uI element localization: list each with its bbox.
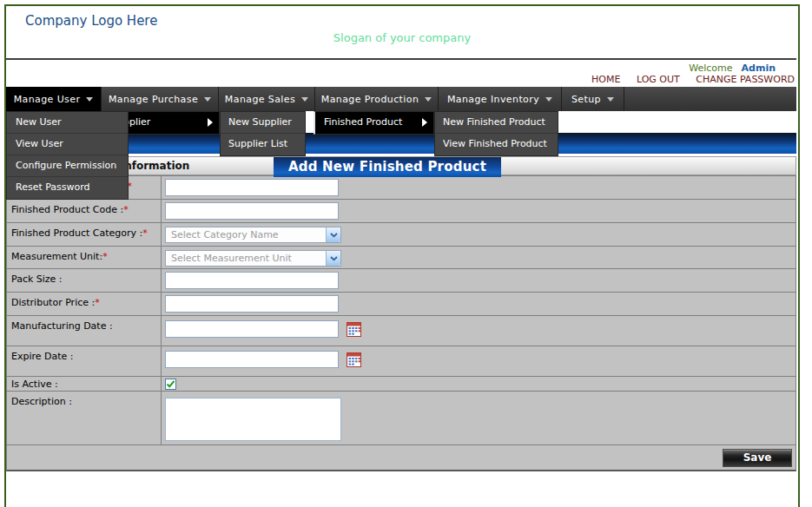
topbar-links: HOME LOG OUT CHANGE PASSWORD bbox=[578, 74, 795, 85]
menu-item-finished-product[interactable]: Finished Product bbox=[315, 112, 433, 134]
calendar-icon[interactable] bbox=[347, 352, 361, 367]
nav-manage-user[interactable]: Manage User bbox=[6, 87, 102, 111]
distributor-price-label: Distributor Price : bbox=[11, 297, 95, 308]
main-nav: Manage User Manage Purchase Manage Sales… bbox=[6, 87, 796, 111]
product-code-label: Finished Product Code : bbox=[11, 204, 123, 215]
form-row-category: Finished Product Category :* Select Cate… bbox=[7, 223, 795, 247]
form-row-distributor-price: Distributor Price :* bbox=[7, 293, 795, 316]
chevron-down-icon[interactable] bbox=[326, 251, 340, 266]
menu-item-configure-permission[interactable]: Configure Permission bbox=[7, 155, 128, 177]
chevron-down-icon bbox=[301, 97, 308, 102]
required-mark: * bbox=[95, 297, 100, 308]
chevron-down-icon bbox=[86, 97, 93, 102]
menu-item-new-finished-product[interactable]: New Finished Product bbox=[435, 112, 558, 134]
menu-item-supplier-list[interactable]: Supplier List bbox=[221, 134, 305, 155]
chevron-down-icon bbox=[425, 97, 432, 102]
topbar: WelcomeAdmin HOME LOG OUT CHANGE PASSWOR… bbox=[6, 60, 796, 87]
page-header: Company Logo Here Slogan of your company bbox=[6, 6, 798, 58]
chevron-down-icon bbox=[545, 97, 552, 102]
pack-size-input[interactable] bbox=[165, 272, 339, 289]
logout-link[interactable]: LOG OUT bbox=[637, 74, 680, 85]
is-active-checkbox[interactable] bbox=[165, 379, 176, 390]
chevron-down-icon bbox=[607, 97, 614, 102]
required-mark: * bbox=[142, 227, 148, 239]
finished-product-form: Finished Product Name :* Finished Produc… bbox=[6, 175, 796, 445]
calendar-icon[interactable] bbox=[347, 322, 361, 337]
change-password-link[interactable]: CHANGE PASSWORD bbox=[696, 74, 795, 85]
form-row-is-active: Is Active : bbox=[7, 377, 795, 392]
is-active-label: Is Active : bbox=[11, 379, 58, 390]
nav-manage-purchase[interactable]: Manage Purchase bbox=[102, 87, 219, 111]
chevron-right-icon bbox=[208, 118, 213, 127]
category-label: Finished Product Category : bbox=[11, 227, 142, 239]
manage-production-menu: Finished Product bbox=[314, 111, 434, 135]
nav-manage-inventory[interactable]: Manage Inventory bbox=[439, 87, 562, 111]
menu-item-reset-password[interactable]: Reset Password bbox=[7, 177, 128, 199]
chevron-right-icon bbox=[422, 118, 427, 127]
menu-item-new-supplier[interactable]: New Supplier bbox=[221, 112, 305, 134]
page-container: Company Logo Here Slogan of your company… bbox=[4, 4, 800, 507]
product-code-input[interactable] bbox=[165, 202, 339, 220]
category-select-value: Select Category Name bbox=[166, 227, 340, 242]
required-mark: * bbox=[102, 251, 108, 262]
expire-date-label: Expire Date : bbox=[11, 351, 74, 362]
description-label: Description : bbox=[11, 396, 72, 407]
company-slogan: Slogan of your company bbox=[6, 31, 798, 44]
finished-product-submenu: New Finished Product View Finished Produ… bbox=[434, 111, 558, 156]
form-row-product-code: Finished Product Code :* bbox=[7, 200, 795, 223]
home-link[interactable]: HOME bbox=[591, 74, 620, 85]
form-row-pack-size: Pack Size : bbox=[7, 269, 795, 293]
chevron-down-icon[interactable] bbox=[326, 227, 340, 242]
username: Admin bbox=[742, 63, 776, 74]
page-title: Add New Finished Product bbox=[274, 157, 501, 177]
manufacturing-date-label: Manufacturing Date : bbox=[11, 320, 113, 332]
category-select[interactable]: Select Category Name bbox=[165, 227, 341, 243]
form-row-expire-date: Expire Date : bbox=[7, 346, 795, 377]
measurement-unit-select[interactable]: Select Measurement Unit bbox=[165, 250, 341, 267]
expire-date-input[interactable] bbox=[165, 351, 339, 368]
form-row-measurement-unit: Measurement Unit:* Select Measurement Un… bbox=[7, 247, 795, 269]
supplier-submenu: New Supplier Supplier List bbox=[220, 111, 306, 156]
welcome-label: Welcome bbox=[689, 63, 732, 74]
measurement-unit-label: Measurement Unit: bbox=[11, 251, 102, 262]
chevron-down-icon bbox=[204, 97, 211, 102]
welcome-line: WelcomeAdmin bbox=[689, 63, 776, 74]
measurement-unit-select-value: Select Measurement Unit bbox=[166, 251, 340, 266]
form-row-manufacturing-date: Manufacturing Date : bbox=[7, 316, 795, 346]
description-textarea[interactable] bbox=[165, 398, 341, 441]
form-row-description: Description : bbox=[7, 392, 795, 444]
pack-size-label: Pack Size : bbox=[11, 273, 63, 285]
nav-manage-production[interactable]: Manage Production bbox=[315, 87, 439, 111]
save-button[interactable]: Save bbox=[723, 449, 792, 467]
manufacturing-date-input[interactable] bbox=[165, 320, 339, 338]
product-name-input[interactable] bbox=[165, 179, 339, 196]
nav-manage-sales[interactable]: Manage Sales bbox=[219, 87, 315, 111]
menu-item-view-user[interactable]: View User bbox=[7, 134, 128, 155]
form-footer: Save bbox=[6, 445, 796, 471]
manage-user-menu: New User View User Configure Permission … bbox=[6, 111, 129, 200]
nav-setup[interactable]: Setup bbox=[562, 87, 624, 111]
company-logo: Company Logo Here bbox=[25, 13, 157, 29]
required-mark: * bbox=[123, 204, 129, 215]
distributor-price-input[interactable] bbox=[165, 295, 339, 313]
menu-item-view-finished-product[interactable]: View Finished Product bbox=[435, 134, 558, 155]
menu-item-new-user[interactable]: New User bbox=[7, 112, 128, 134]
